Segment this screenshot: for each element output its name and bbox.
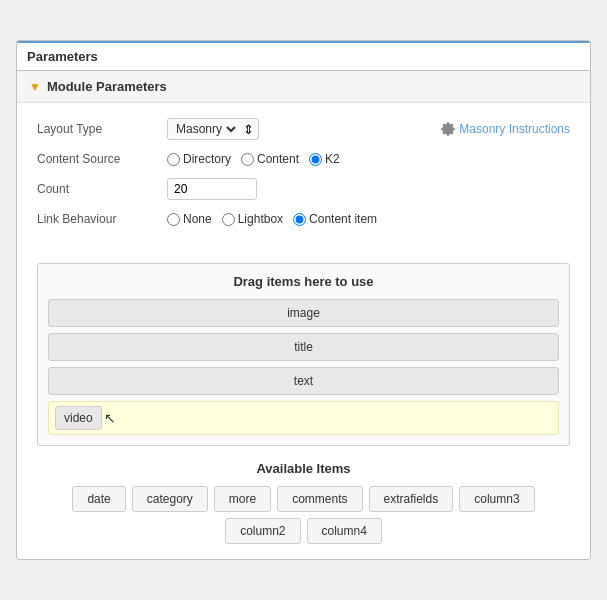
gear-icon [441, 122, 455, 136]
radio-k2-label: K2 [325, 152, 340, 166]
radio-content-item-input[interactable] [293, 213, 306, 226]
count-control [167, 178, 570, 200]
cursor-icon: ↖ [104, 410, 116, 426]
available-items-section: Available Items date category more comme… [37, 461, 570, 544]
content-source-label: Content Source [37, 152, 167, 166]
drag-item-title[interactable]: title [48, 333, 559, 361]
layout-type-control: Masonry ⇕ Masonry Instructions [167, 118, 570, 140]
available-item-category[interactable]: category [132, 486, 208, 512]
radio-directory-label: Directory [183, 152, 231, 166]
panel-header: Parameters [17, 41, 590, 71]
parameters-panel: Parameters ▼ Module Parameters Layout Ty… [16, 40, 591, 560]
select-arrow-icon: ⇕ [243, 122, 254, 137]
arrow-icon: ▼ [29, 80, 41, 94]
radio-content-input[interactable] [241, 153, 254, 166]
radio-k2[interactable]: K2 [309, 152, 340, 166]
radio-directory-input[interactable] [167, 153, 180, 166]
available-item-extrafields[interactable]: extrafields [369, 486, 454, 512]
drag-item-text[interactable]: text [48, 367, 559, 395]
radio-lightbox[interactable]: Lightbox [222, 212, 283, 226]
available-item-date[interactable]: date [72, 486, 125, 512]
available-item-more[interactable]: more [214, 486, 271, 512]
drag-item-video-row: video ↖ [48, 401, 559, 435]
masonry-instructions-text: Masonry Instructions [459, 122, 570, 136]
masonry-instructions-link[interactable]: Masonry Instructions [441, 122, 570, 136]
layout-type-select[interactable]: Masonry [172, 121, 239, 137]
available-item-comments[interactable]: comments [277, 486, 362, 512]
count-label: Count [37, 182, 167, 196]
available-items-title: Available Items [37, 461, 570, 476]
radio-none[interactable]: None [167, 212, 212, 226]
link-behaviour-row: Link Behaviour None Lightbox Content ite… [37, 212, 570, 226]
count-input[interactable] [167, 178, 257, 200]
radio-lightbox-input[interactable] [222, 213, 235, 226]
radio-directory[interactable]: Directory [167, 152, 231, 166]
radio-content-item[interactable]: Content item [293, 212, 377, 226]
layout-type-label: Layout Type [37, 122, 167, 136]
drag-area-title: Drag items here to use [48, 274, 559, 289]
available-item-column3[interactable]: column3 [459, 486, 534, 512]
radio-content-label: Content [257, 152, 299, 166]
available-item-column2[interactable]: column2 [225, 518, 300, 544]
drag-item-video[interactable]: video [55, 406, 102, 430]
link-behaviour-control: None Lightbox Content item [167, 212, 570, 226]
link-behaviour-label: Link Behaviour [37, 212, 167, 226]
radio-content[interactable]: Content [241, 152, 299, 166]
drag-item-image[interactable]: image [48, 299, 559, 327]
layout-type-select-wrapper[interactable]: Masonry ⇕ [167, 118, 259, 140]
content-source-row: Content Source Directory Content K2 [37, 152, 570, 166]
section-header: ▼ Module Parameters [17, 71, 590, 103]
count-row: Count [37, 178, 570, 200]
layout-type-row: Layout Type Masonry ⇕ Masonry Instructio… [37, 118, 570, 140]
radio-none-input[interactable] [167, 213, 180, 226]
section-title: Module Parameters [47, 79, 167, 94]
form-body: Layout Type Masonry ⇕ Masonry Instructio… [17, 103, 590, 253]
radio-k2-input[interactable] [309, 153, 322, 166]
radio-content-item-label: Content item [309, 212, 377, 226]
content-source-control: Directory Content K2 [167, 152, 570, 166]
available-item-column4[interactable]: column4 [307, 518, 382, 544]
radio-lightbox-label: Lightbox [238, 212, 283, 226]
available-items-grid: date category more comments extrafields … [37, 486, 570, 544]
radio-none-label: None [183, 212, 212, 226]
panel-title: Parameters [27, 49, 98, 64]
drag-area: Drag items here to use image title text … [37, 263, 570, 446]
